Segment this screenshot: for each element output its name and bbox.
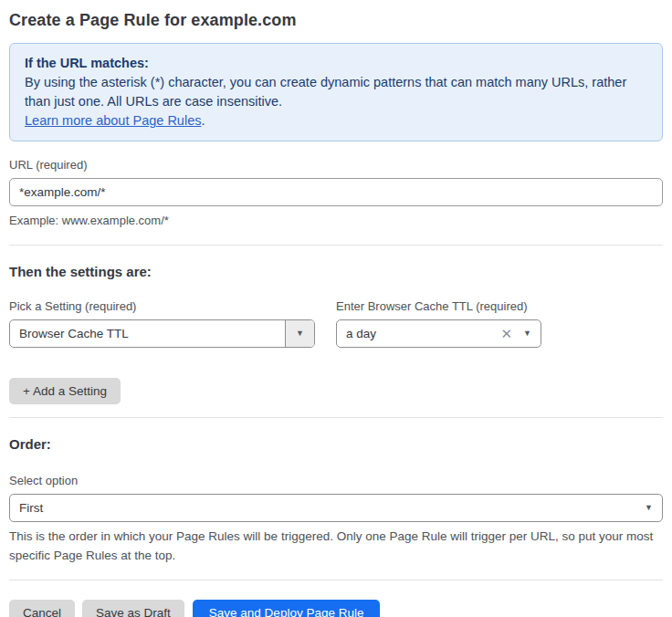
info-box-body: By using the asterisk (*) character, you… <box>25 73 647 111</box>
pick-setting-arrow-segment[interactable]: ▼ <box>285 320 314 347</box>
learn-more-link[interactable]: Learn more about Page Rules <box>25 113 201 128</box>
order-select[interactable]: First ▼ <box>9 494 663 522</box>
add-setting-row: + Add a Setting <box>9 378 663 404</box>
order-select-value: First <box>10 501 645 515</box>
save-as-draft-button[interactable]: Save as Draft <box>82 600 184 617</box>
pick-setting-value: Browser Cache TTL <box>10 327 285 340</box>
link-period: . <box>201 113 205 128</box>
url-label: URL (required) <box>9 158 663 172</box>
info-box-link-line: Learn more about Page Rules. <box>25 111 647 131</box>
add-setting-button[interactable]: + Add a Setting <box>9 378 121 404</box>
ttl-value: a day <box>337 327 501 340</box>
url-example-helper: Example: www.example.com/* <box>9 213 663 230</box>
ttl-select[interactable]: a day ✕ ▼ <box>336 319 541 348</box>
order-select-label: Select option <box>9 474 663 487</box>
settings-heading: Then the settings are: <box>9 264 663 279</box>
page-rule-form: Create a Page Rule for example.com If th… <box>0 0 672 617</box>
order-helper-text: This is the order in which your Page Rul… <box>9 527 663 565</box>
cancel-button[interactable]: Cancel <box>9 600 75 617</box>
divider-order <box>9 417 663 418</box>
url-input[interactable] <box>9 178 663 206</box>
ttl-column: Enter Browser Cache TTL (required) a day… <box>336 299 541 348</box>
settings-row: Pick a Setting (required) Browser Cache … <box>9 299 663 348</box>
ttl-label: Enter Browser Cache TTL (required) <box>336 299 541 313</box>
divider-actions <box>9 580 663 580</box>
pick-setting-column: Pick a Setting (required) Browser Cache … <box>9 299 315 348</box>
page-title: Create a Page Rule for example.com <box>9 11 663 30</box>
divider-settings <box>9 245 663 246</box>
pick-setting-label: Pick a Setting (required) <box>9 299 315 313</box>
chevron-down-icon: ▼ <box>523 329 531 338</box>
clear-icon[interactable]: ✕ <box>501 327 513 340</box>
chevron-down-icon: ▼ <box>296 329 304 338</box>
form-actions: Cancel Save as Draft Save and Deploy Pag… <box>9 600 663 617</box>
info-box-heading: If the URL matches: <box>25 54 647 73</box>
chevron-down-icon: ▼ <box>645 504 653 512</box>
save-and-deploy-button[interactable]: Save and Deploy Page Rule <box>193 600 381 617</box>
pick-setting-select[interactable]: Browser Cache TTL ▼ <box>9 319 315 348</box>
order-heading: Order: <box>9 436 663 452</box>
url-match-info-box: If the URL matches: By using the asteris… <box>9 43 663 141</box>
